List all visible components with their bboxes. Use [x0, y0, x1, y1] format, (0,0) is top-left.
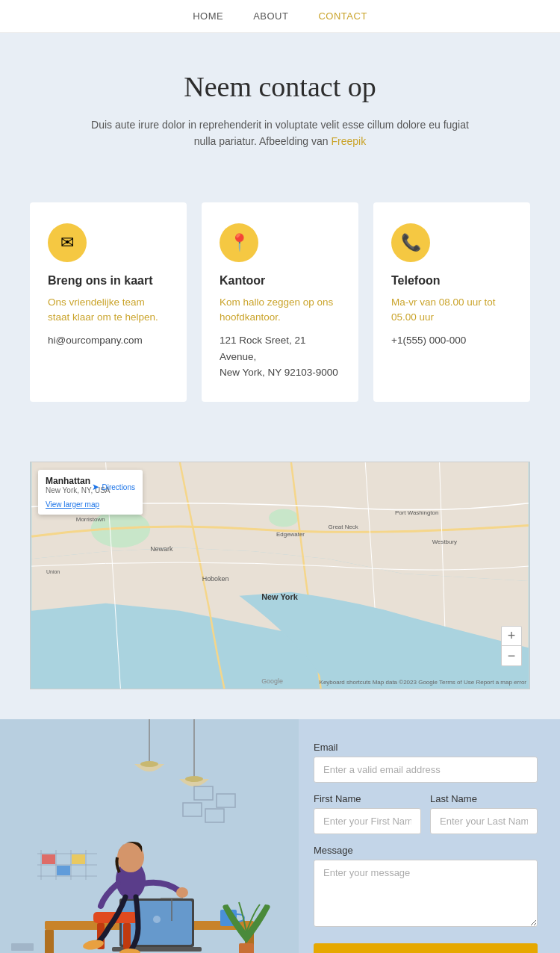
- svg-text:Morristown: Morristown: [76, 517, 105, 524]
- form-right: Email First Name Last Name Message RESER…: [299, 719, 560, 953]
- email-icon: ✉: [48, 223, 87, 262]
- zoom-in-button[interactable]: +: [502, 627, 521, 646]
- map-footer: Keyboard shortcuts Map data ©2023 Google…: [320, 678, 526, 686]
- form-section: Email First Name Last Name Message RESER…: [0, 719, 560, 953]
- lastname-group: Last Name: [430, 793, 538, 834]
- hero-section: Neem contact op Duis aute irure dolor in…: [0, 33, 560, 180]
- location-icon: 📍: [220, 223, 258, 262]
- svg-text:Edgewater: Edgewater: [276, 531, 305, 538]
- svg-text:Google: Google: [261, 677, 283, 685]
- svg-text:Port Washington: Port Washington: [395, 509, 438, 516]
- freepik-link-hero[interactable]: Freepik: [332, 135, 367, 147]
- email-input[interactable]: [314, 757, 538, 783]
- card-phone: 📞 Telefoon Ma-vr van 08.00 uur tot 05.00…: [373, 202, 530, 402]
- page-title: Neem contact op: [45, 70, 515, 103]
- svg-point-17: [140, 761, 158, 767]
- svg-text:Union: Union: [46, 569, 60, 574]
- message-label: Message: [314, 845, 538, 856]
- svg-rect-54: [11, 943, 34, 951]
- svg-rect-53: [239, 943, 254, 953]
- card-phone-highlight: Ma-vr van 08.00 uur tot 05.00 uur: [391, 295, 512, 326]
- card-phone-title: Telefoon: [391, 274, 512, 288]
- svg-text:Great Neck: Great Neck: [329, 524, 358, 530]
- directions-icon: ➤: [92, 482, 99, 492]
- svg-text:Hoboken: Hoboken: [202, 575, 229, 583]
- cards-section: ✉ Breng ons in kaart Ons vriendelijke te…: [0, 180, 560, 439]
- nav-contact[interactable]: CONTACT: [318, 10, 367, 22]
- nav-home[interactable]: HOME: [193, 10, 223, 22]
- phone-icon: 📞: [391, 223, 430, 262]
- card-office-detail: 121 Rock Sreet, 21 Avenue, New York, NY …: [220, 332, 340, 381]
- svg-point-4: [269, 509, 299, 527]
- svg-point-19: [185, 776, 203, 782]
- card-phone-detail: +1(555) 000-000: [391, 332, 512, 349]
- svg-text:New York: New York: [261, 592, 299, 601]
- email-label: Email: [314, 742, 538, 753]
- directions-button[interactable]: ➤ Directions: [92, 482, 135, 492]
- map-popup: Manhattan New York, NY, USA ➤ Directions…: [38, 470, 143, 515]
- view-larger-map-link[interactable]: View larger map: [46, 500, 135, 509]
- svg-text:Newark: Newark: [150, 545, 173, 553]
- firstname-input[interactable]: [314, 808, 421, 834]
- card-email-detail: hi@ourcompany.com: [48, 332, 169, 349]
- nav-about[interactable]: ABOUT: [253, 10, 288, 22]
- svg-rect-46: [123, 923, 131, 949]
- svg-rect-32: [57, 866, 70, 875]
- card-email: ✉ Breng ons in kaart Ons vriendelijke te…: [30, 202, 187, 402]
- svg-point-49: [176, 887, 188, 898]
- message-textarea[interactable]: [314, 860, 538, 927]
- lastname-input[interactable]: [430, 808, 538, 834]
- map-zoom-controls: + −: [501, 626, 522, 666]
- name-row: First Name Last Name: [314, 793, 538, 845]
- firstname-group: First Name: [314, 793, 421, 834]
- message-group: Message: [314, 845, 538, 930]
- cards-row: ✉ Breng ons in kaart Ons vriendelijke te…: [30, 202, 530, 402]
- svg-text:Westbury: Westbury: [432, 538, 457, 545]
- map-section: New York Hoboken Newark Morristown Great…: [0, 439, 560, 719]
- firstname-label: First Name: [314, 793, 421, 804]
- zoom-out-button[interactable]: −: [502, 646, 521, 665]
- card-email-title: Breng ons in kaart: [48, 274, 169, 288]
- lastname-label: Last Name: [430, 793, 538, 804]
- email-group: Email: [314, 742, 538, 783]
- hero-description: Duis aute irure dolor in reprehenderit i…: [86, 117, 474, 150]
- submit-button[interactable]: RESERVEREN: [314, 943, 538, 953]
- card-office-title: Kantoor: [220, 274, 340, 288]
- form-illustration: [0, 719, 299, 953]
- card-office-highlight: Kom hallo zeggen op ons hoofdkantoor.: [220, 295, 340, 326]
- svg-point-39: [153, 916, 161, 923]
- card-email-highlight: Ons vriendelijke team staat klaar om te …: [48, 295, 169, 326]
- svg-rect-31: [42, 854, 55, 864]
- card-office: 📍 Kantoor Kom hallo zeggen op ons hoofdk…: [202, 202, 358, 402]
- svg-rect-33: [72, 854, 85, 864]
- map-container[interactable]: New York Hoboken Newark Morristown Great…: [30, 462, 530, 689]
- svg-rect-35: [45, 930, 54, 953]
- navigation: HOME ABOUT CONTACT: [0, 0, 560, 33]
